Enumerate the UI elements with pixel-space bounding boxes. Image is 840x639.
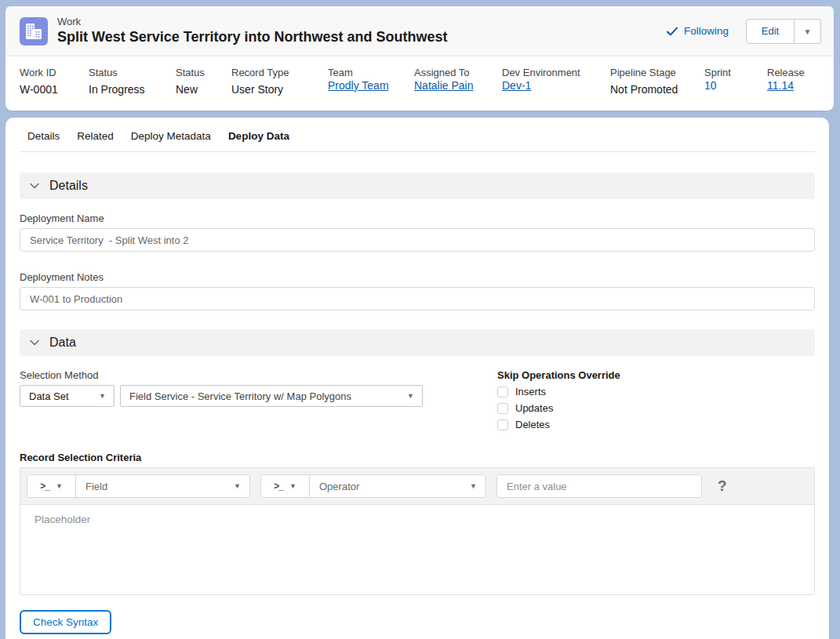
field-value: In Progress (89, 83, 145, 96)
deployment-notes-label: Deployment Notes (20, 271, 815, 283)
chevron-down-icon: ▼ (234, 482, 241, 490)
value-input[interactable] (496, 474, 702, 498)
field-label: Assigned To (414, 67, 474, 78)
header-text: Work Split West Service Territory into N… (57, 16, 447, 46)
field-pipeline-stage: Pipeline Stage Not Promoted (610, 67, 678, 96)
section-title: Details (49, 179, 88, 193)
selection-method-label: Selection Method (20, 369, 497, 381)
field-function-dropdown[interactable]: >_ ▼ (27, 475, 76, 497)
deployment-name-input[interactable] (20, 228, 815, 252)
field-label: Release (767, 67, 805, 78)
field-label: Pipeline Stage (610, 67, 678, 78)
skip-operations-label: Skip Operations Override (497, 369, 815, 381)
field-team: Team Prodly Team (328, 67, 389, 93)
page-header-title-group: Work Split West Service Territory into N… (20, 16, 447, 46)
field-label: Sprint (704, 67, 731, 78)
data-section-body: Selection Method Data Set ▼ Field Servic… (20, 356, 815, 430)
entity-type-label: Work (57, 16, 447, 27)
field-release: Release 11.14 (767, 67, 805, 93)
field-dropdown[interactable]: Field ▼ (76, 481, 249, 492)
header-actions: Following Edit ▼ (666, 19, 821, 44)
field-sprint: Sprint 10 (704, 67, 731, 93)
deployment-name-label: Deployment Name (20, 212, 815, 224)
field-record-type: Record Type User Story (231, 67, 289, 96)
chevron-down-icon (28, 180, 41, 192)
updates-label: Updates (515, 402, 553, 414)
deletes-label: Deletes (515, 419, 550, 430)
field-work-id: Work ID W-0001 (20, 67, 58, 96)
field-placeholder: Field (85, 481, 107, 492)
chevron-down-icon: ▼ (470, 482, 477, 490)
chevron-down-icon: ▼ (99, 392, 106, 400)
criteria-editor[interactable]: Placeholder (20, 505, 814, 594)
field-label: Record Type (231, 67, 289, 78)
record-detail-card: Details Related Deploy Metadata Deploy D… (5, 118, 829, 639)
updates-option: Updates (497, 402, 815, 414)
edit-button-group: Edit ▼ (746, 19, 821, 44)
check-syntax-button[interactable]: Check Syntax (20, 610, 111, 634)
tab-deploy-metadata[interactable]: Deploy Metadata (131, 130, 211, 151)
field-label: Status (89, 67, 145, 78)
chevron-down-icon: ▼ (407, 392, 414, 400)
field-assigned-to: Assigned To Natalie Pain (414, 67, 474, 93)
tab-details[interactable]: Details (27, 130, 60, 151)
field-status-2: Status New (176, 67, 205, 96)
updates-checkbox[interactable] (497, 403, 508, 414)
selection-method-row: Data Set ▼ Field Service - Service Terri… (20, 385, 497, 407)
team-link[interactable]: Prodly Team (328, 79, 389, 92)
following-button[interactable]: Following (666, 25, 729, 38)
skip-operations-group: Skip Operations Override Inserts Updates… (497, 356, 815, 430)
chevron-down-icon: ▼ (804, 27, 812, 36)
selection-method-dropdown[interactable]: Data Set ▼ (20, 385, 115, 407)
field-value: W-0001 (20, 83, 58, 96)
sprint-link[interactable]: 10 (704, 79, 717, 92)
data-set-value: Field Service - Service Territory w/ Map… (129, 390, 351, 402)
record-title: Split West Service Territory into Northw… (57, 29, 447, 46)
field-label: Dev Environment (502, 67, 580, 78)
tab-deploy-data[interactable]: Deploy Data (228, 130, 289, 151)
field-value: User Story (231, 83, 289, 96)
prompt-icon: >_ (274, 481, 283, 492)
operator-combo[interactable]: >_ ▼ Operator ▼ (260, 474, 486, 498)
operator-placeholder: Operator (319, 481, 359, 492)
data-section-header[interactable]: Data (20, 329, 815, 356)
field-status-1: Status In Progress (89, 67, 145, 96)
tab-related[interactable]: Related (77, 130, 114, 151)
data-set-dropdown[interactable]: Field Service - Service Territory w/ Map… (120, 385, 423, 407)
page-header: Work Split West Service Territory into N… (5, 6, 834, 56)
deployment-notes-input[interactable] (20, 287, 815, 310)
release-link[interactable]: 11.14 (767, 79, 794, 92)
inserts-option: Inserts (497, 386, 815, 398)
field-value: Not Promoted (610, 83, 678, 96)
operator-dropdown[interactable]: Operator ▼ (310, 481, 485, 492)
operator-function-dropdown[interactable]: >_ ▼ (261, 475, 310, 497)
work-object-icon (20, 17, 48, 45)
help-icon[interactable]: ? (718, 477, 727, 495)
tab-bar: Details Related Deploy Metadata Deploy D… (20, 118, 815, 152)
inserts-checkbox[interactable] (497, 387, 508, 398)
header-more-actions-button[interactable]: ▼ (795, 19, 821, 44)
buildings-icon (24, 22, 43, 41)
prompt-icon: >_ (40, 481, 49, 492)
field-dev-environment: Dev Environment Dev-1 (502, 67, 580, 93)
record-selection-criteria-label: Record Selection Criteria (20, 452, 815, 463)
deletes-checkbox[interactable] (497, 419, 508, 430)
criteria-toolbar: >_ ▼ Field ▼ >_ ▼ Operator ▼ ? (20, 468, 814, 505)
chevron-down-icon (28, 336, 41, 349)
check-icon (666, 25, 678, 38)
selection-method-group: Selection Method Data Set ▼ Field Servic… (20, 356, 497, 430)
dev-environment-link[interactable]: Dev-1 (502, 79, 531, 92)
section-title: Data (49, 336, 76, 350)
field-label: Status (176, 67, 205, 78)
field-label: Team (328, 67, 389, 78)
criteria-builder: >_ ▼ Field ▼ >_ ▼ Operator ▼ ? (20, 467, 815, 595)
assigned-to-link[interactable]: Natalie Pain (414, 79, 474, 92)
chevron-down-icon: ▼ (289, 482, 296, 490)
details-section-header[interactable]: Details (20, 172, 815, 199)
inserts-label: Inserts (515, 386, 546, 398)
field-combo[interactable]: >_ ▼ Field ▼ (27, 474, 250, 498)
deletes-option: Deletes (497, 419, 815, 430)
selection-method-value: Data Set (29, 390, 69, 402)
chevron-down-icon: ▼ (56, 482, 63, 490)
edit-button[interactable]: Edit (746, 19, 795, 44)
